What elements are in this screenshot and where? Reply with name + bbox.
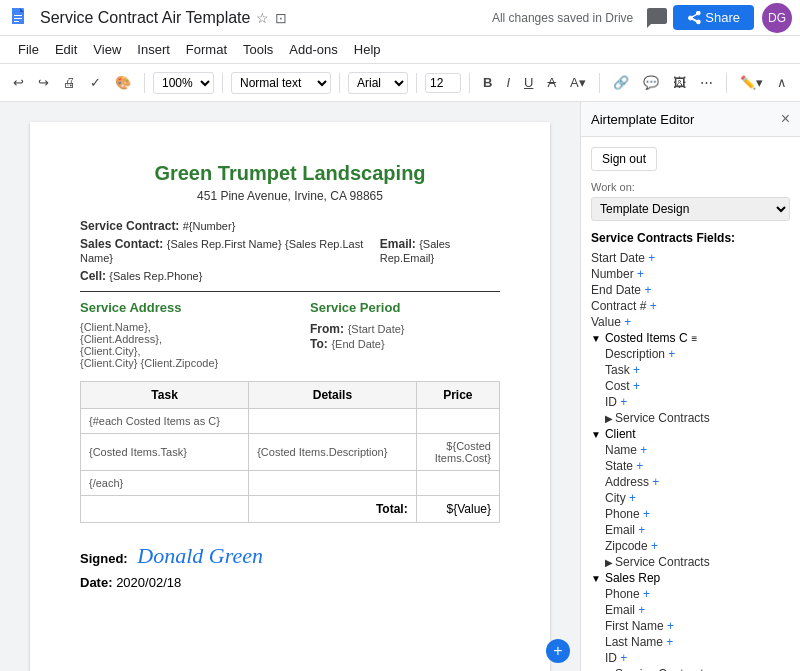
client-triangle[interactable]: ▼ bbox=[591, 429, 601, 440]
from-line: From: {Start Date} bbox=[310, 321, 500, 336]
menu-addons[interactable]: Add-ons bbox=[283, 40, 343, 59]
col-task: Task bbox=[81, 382, 249, 409]
client-address: {Client.Address}, bbox=[80, 333, 270, 345]
image-button[interactable]: 🖼 bbox=[668, 72, 691, 93]
share-label: Share bbox=[705, 10, 740, 25]
add-rep-email-icon[interactable]: + bbox=[638, 603, 645, 617]
sales-contact-label: Sales Contact: bbox=[80, 237, 163, 251]
menu-help[interactable]: Help bbox=[348, 40, 387, 59]
task-field: {Costed Items.Task} bbox=[81, 434, 249, 471]
style-select[interactable]: Normal text bbox=[231, 72, 331, 94]
add-task-icon[interactable]: + bbox=[633, 363, 640, 377]
cell-line: Cell: {Sales Rep.Phone} bbox=[80, 269, 500, 283]
print-button[interactable]: 🖨 bbox=[58, 72, 81, 93]
svg-rect-4 bbox=[14, 21, 19, 22]
field-rep-phone: Phone + bbox=[605, 587, 790, 601]
menu-insert[interactable]: Insert bbox=[131, 40, 176, 59]
font-select[interactable]: Arial bbox=[348, 72, 408, 94]
highlight-button[interactable]: A▾ bbox=[565, 72, 591, 93]
field-contract: Contract # + bbox=[591, 299, 790, 313]
spellcheck-button[interactable]: ✓ bbox=[85, 72, 106, 93]
field-phone: Phone + bbox=[605, 507, 790, 521]
field-value: Value + bbox=[591, 315, 790, 329]
field-id: ID + bbox=[605, 395, 790, 409]
contract-label: Service Contract: bbox=[80, 219, 179, 233]
chat-icon[interactable] bbox=[645, 6, 669, 30]
fields-title: Service Contracts Fields: bbox=[591, 231, 790, 245]
add-zip-icon[interactable]: + bbox=[651, 539, 658, 553]
add-state-icon[interactable]: + bbox=[636, 459, 643, 473]
folder-icon[interactable]: ⊡ bbox=[275, 10, 287, 26]
add-city-icon[interactable]: + bbox=[629, 491, 636, 505]
share-button[interactable]: Share bbox=[673, 5, 754, 30]
client-group: ▼ Client bbox=[591, 427, 790, 441]
add-name-icon[interactable]: + bbox=[640, 443, 647, 457]
add-rep-phone-icon[interactable]: + bbox=[643, 587, 650, 601]
zoom-select[interactable]: 100% bbox=[153, 72, 214, 94]
add-desc-icon[interactable]: + bbox=[668, 347, 675, 361]
paint-format-button[interactable]: 🎨 bbox=[110, 72, 136, 93]
costed-items-triangle[interactable]: ▼ bbox=[591, 333, 601, 344]
client-city1: {Client.City}, bbox=[80, 345, 270, 357]
client-city2: {Client.City} {Client.Zipcode} bbox=[80, 357, 270, 369]
divider-4 bbox=[416, 73, 417, 93]
salesrep-fields: Phone + Email + First Name + Last Name +… bbox=[605, 587, 790, 671]
close-icon[interactable]: × bbox=[781, 110, 790, 128]
add-phone-icon[interactable]: + bbox=[643, 507, 650, 521]
link-button[interactable]: 🔗 bbox=[608, 72, 634, 93]
up-button[interactable]: ∧ bbox=[772, 72, 792, 93]
add-email-icon[interactable]: + bbox=[638, 523, 645, 537]
cell-label: Cell: bbox=[80, 269, 106, 283]
contract-line: Service Contract: #{Number} bbox=[80, 219, 500, 233]
menu-view[interactable]: View bbox=[87, 40, 127, 59]
add-end-date-icon[interactable]: + bbox=[644, 283, 651, 297]
signed-name: Donald Green bbox=[137, 543, 263, 568]
underline-button[interactable]: U bbox=[519, 72, 538, 93]
avatar[interactable]: DG bbox=[762, 3, 792, 33]
doc-title[interactable]: Service Contract Air Template bbox=[40, 9, 250, 27]
star-icon[interactable]: ☆ bbox=[256, 10, 269, 26]
each-tag: {#each Costed Items as C} bbox=[81, 409, 249, 434]
strikethrough-button[interactable]: A bbox=[542, 72, 561, 93]
bold-button[interactable]: B bbox=[478, 72, 497, 93]
more-button[interactable]: ⋯ bbox=[695, 72, 718, 93]
service-contracts-link-rep: ▶ Service Contracts bbox=[605, 667, 790, 671]
pencil-button[interactable]: ✏️▾ bbox=[735, 72, 768, 93]
add-cost-icon[interactable]: + bbox=[633, 379, 640, 393]
menu-format[interactable]: Format bbox=[180, 40, 233, 59]
client-fields: Name + State + Address + City + Phone + … bbox=[605, 443, 790, 569]
redo-button[interactable]: ↪ bbox=[33, 72, 54, 93]
add-button[interactable]: + bbox=[546, 639, 570, 663]
sidebar-content: Sign out Work on: Template Design Servic… bbox=[581, 137, 800, 671]
service-address-section: Service Address {Client.Name}, {Client.A… bbox=[80, 300, 270, 369]
font-size-input[interactable] bbox=[425, 73, 461, 93]
document-title-area: Service Contract Air Template ☆ ⊡ bbox=[40, 9, 492, 27]
menu-file[interactable]: File bbox=[12, 40, 45, 59]
work-on-select[interactable]: Template Design bbox=[591, 197, 790, 221]
add-start-date-icon[interactable]: + bbox=[648, 251, 655, 265]
undo-button[interactable]: ↩ bbox=[8, 72, 29, 93]
add-number-icon[interactable]: + bbox=[637, 267, 644, 281]
add-rep-id-icon[interactable]: + bbox=[620, 651, 627, 665]
comment-button[interactable]: 💬 bbox=[638, 72, 664, 93]
service-period-title: Service Period bbox=[310, 300, 500, 315]
sales-rep-phone: {Sales Rep.Phone} bbox=[109, 270, 202, 282]
menu-tools[interactable]: Tools bbox=[237, 40, 279, 59]
costed-items-list-icon[interactable]: ≡ bbox=[692, 333, 698, 344]
field-cost: Cost + bbox=[605, 379, 790, 393]
add-address-icon[interactable]: + bbox=[652, 475, 659, 489]
field-start-date: Start Date + bbox=[591, 251, 790, 265]
field-rep-id: ID + bbox=[605, 651, 790, 665]
menu-edit[interactable]: Edit bbox=[49, 40, 83, 59]
add-id-icon[interactable]: + bbox=[620, 395, 627, 409]
add-contract-icon[interactable]: + bbox=[650, 299, 657, 313]
salesrep-triangle[interactable]: ▼ bbox=[591, 573, 601, 584]
costed-items-fields: Description + Task + Cost + ID + ▶ Servi… bbox=[605, 347, 790, 425]
add-value-icon[interactable]: + bbox=[624, 315, 631, 329]
add-rep-firstname-icon[interactable]: + bbox=[667, 619, 674, 633]
field-name: Name + bbox=[605, 443, 790, 457]
sign-out-button[interactable]: Sign out bbox=[591, 147, 657, 171]
add-rep-lastname-icon[interactable]: + bbox=[666, 635, 673, 649]
client-name: {Client.Name}, bbox=[80, 321, 270, 333]
italic-button[interactable]: I bbox=[501, 72, 515, 93]
